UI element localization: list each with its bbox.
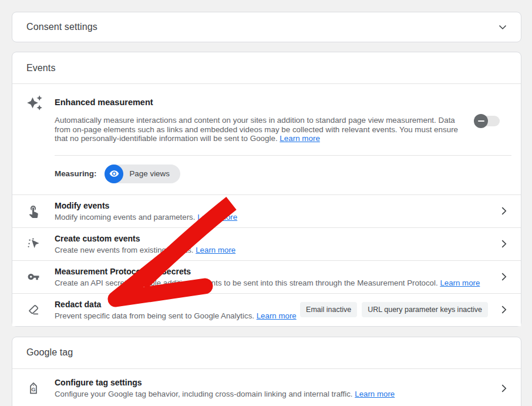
chevron-right-icon[interactable] (497, 237, 510, 250)
status-badge-url-query: URL query parameter keys inactive (362, 302, 488, 317)
enhanced-measurement-description: Automatically measure interactions and c… (55, 116, 469, 143)
chevron-down-icon[interactable] (496, 21, 509, 33)
consent-settings-title: Consent settings (26, 22, 97, 32)
row-title: Modify events (55, 201, 497, 210)
enhanced-measurement-toggle[interactable] (474, 114, 501, 128)
row-title: Measurement Protocol API Secrets (55, 267, 497, 276)
status-badge-email: Email inactive (300, 302, 357, 317)
row-description-text: Create new events from existing events. (55, 246, 194, 254)
row-description: Prevent specific data from being sent to… (55, 311, 300, 320)
row-title: Create custom events (55, 234, 497, 243)
enhanced-measurement-section: Enhanced measurement Automatically measu… (12, 84, 521, 143)
chevron-right-icon[interactable] (497, 382, 510, 395)
eye-icon (109, 169, 119, 179)
row-measurement-protocol-api-secrets[interactable]: Measurement Protocol API Secrets Create … (12, 260, 521, 293)
row-text: Modify events Modify incoming events and… (55, 201, 497, 222)
row-description-text: Modify incoming events and parameters. (55, 213, 195, 222)
redact-status-badges: Email inactive URL query parameter keys … (300, 302, 488, 317)
cursor-sparkle-icon (26, 237, 41, 251)
row-description: Create new events from existing events. … (55, 246, 497, 254)
google-tag-card: Google tag G Configure tag settings Conf… (12, 337, 521, 406)
chevron-right-icon[interactable] (497, 303, 510, 316)
toggle-knob (474, 114, 488, 128)
sparkle-icon (26, 95, 43, 111)
chevron-right-icon[interactable] (497, 270, 510, 283)
chevron-right-icon[interactable] (497, 204, 510, 217)
row-title: Redact data (55, 300, 300, 309)
row-description-text: Create an API secret to enable additiona… (55, 279, 438, 287)
row-text: Create custom events Create new events f… (55, 234, 497, 254)
google-tag-icon: G (26, 381, 41, 395)
learn-more-link[interactable]: Learn more (196, 246, 235, 254)
events-section-title: Events (26, 63, 56, 73)
toggle-dash-icon (478, 120, 484, 122)
events-card: Events Enhanced measurement Automaticall… (12, 52, 521, 327)
consent-settings-card[interactable]: Consent settings (12, 12, 521, 42)
chip-accent-circle (105, 165, 123, 183)
page-views-chip[interactable]: Page views (105, 165, 180, 183)
measuring-row: Measuring: Page views (12, 156, 521, 194)
row-configure-tag-settings[interactable]: G Configure tag settings Configure your … (12, 369, 521, 406)
measuring-label: Measuring: (55, 169, 96, 178)
enhanced-measurement-learn-more-link[interactable]: Learn more (280, 134, 319, 143)
learn-more-link[interactable]: Learn more (440, 279, 480, 287)
touch-icon (26, 204, 41, 218)
learn-more-link[interactable]: Learn more (257, 311, 297, 320)
row-title: Configure tag settings (55, 378, 497, 387)
chip-label: Page views (129, 169, 169, 178)
row-description-text: Configure your Google tag behavior, incl… (55, 390, 353, 398)
redact-icon (26, 303, 41, 317)
row-description: Configure your Google tag behavior, incl… (55, 390, 497, 398)
learn-more-link[interactable]: Learn more (197, 213, 237, 222)
row-redact-data[interactable]: Redact data Prevent specific data from b… (12, 293, 521, 326)
google-tag-section-title: Google tag (26, 347, 73, 358)
row-description: Modify incoming events and parameters. L… (55, 213, 497, 222)
google-tag-section-header: Google tag (12, 337, 521, 369)
row-modify-events[interactable]: Modify events Modify incoming events and… (12, 194, 521, 227)
row-text: Measurement Protocol API Secrets Create … (55, 267, 497, 287)
row-description: Create an API secret to enable additiona… (55, 279, 497, 287)
enhanced-measurement-title: Enhanced measurement (55, 98, 469, 107)
key-icon (26, 270, 41, 284)
row-text: Configure tag settings Configure your Go… (55, 378, 497, 398)
events-section-header: Events (12, 52, 521, 84)
learn-more-link[interactable]: Learn more (355, 390, 395, 398)
svg-text:G: G (31, 386, 35, 392)
enhanced-measurement-description-text: Automatically measure interactions and c… (55, 116, 458, 143)
row-description-text: Prevent specific data from being sent to… (55, 311, 254, 320)
row-text: Redact data Prevent specific data from b… (55, 300, 300, 320)
row-create-custom-events[interactable]: Create custom events Create new events f… (12, 227, 521, 260)
